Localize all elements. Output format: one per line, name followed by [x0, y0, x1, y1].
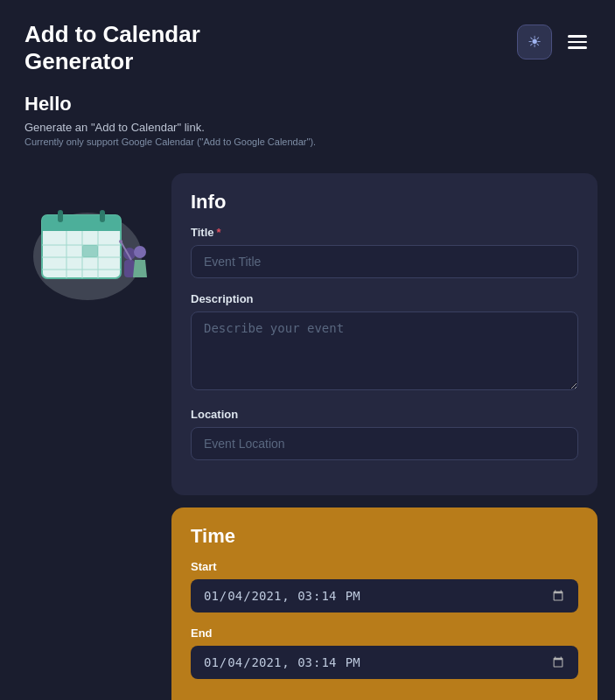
title-form-group: Title* [191, 226, 578, 278]
start-datetime-input[interactable] [191, 579, 578, 612]
info-panel: Info Title* Description Location [171, 173, 598, 495]
svg-point-15 [134, 246, 146, 258]
location-form-group: Location [191, 408, 578, 460]
intro-hello: Hello [24, 93, 591, 116]
menu-line-2 [568, 41, 587, 44]
svg-marker-16 [133, 260, 147, 277]
svg-rect-3 [42, 224, 121, 231]
main-content: Info Title* Description Location Time St… [0, 164, 615, 700]
start-form-group: Start [191, 560, 578, 612]
info-panel-title: Info [191, 191, 578, 214]
header: Add to Calendar Generator ☀ [0, 0, 615, 86]
header-actions: ☀ [517, 24, 591, 60]
svg-rect-4 [58, 210, 63, 222]
description-label: Description [191, 292, 578, 305]
time-panel: Time Start End [171, 508, 598, 700]
menu-line-1 [568, 35, 587, 38]
description-form-group: Description [191, 292, 578, 394]
title-label: Title* [191, 226, 578, 239]
required-marker: * [217, 226, 221, 239]
start-label: Start [191, 560, 578, 573]
event-location-input[interactable] [191, 427, 578, 460]
menu-line-3 [568, 46, 587, 49]
end-label: End [191, 626, 578, 640]
end-datetime-input[interactable] [191, 646, 578, 679]
app-title: Add to Calendar Generator [24, 21, 200, 75]
illustration-area [17, 173, 157, 304]
svg-rect-12 [82, 245, 98, 257]
right-panels: Info Title* Description Location Time St… [171, 173, 598, 700]
intro-description: Generate an "Add to Calendar" link. [24, 121, 591, 134]
event-description-input[interactable] [191, 312, 578, 390]
calendar-illustration [26, 191, 149, 304]
intro-section: Hello Generate an "Add to Calendar" link… [0, 86, 615, 164]
event-title-input[interactable] [191, 245, 578, 278]
theme-toggle-button[interactable]: ☀ [517, 24, 552, 60]
svg-point-18 [119, 240, 122, 243]
end-form-group: End [191, 626, 578, 679]
time-panel-title: Time [191, 525, 578, 548]
intro-note: Currently only support Google Calendar (… [24, 136, 591, 147]
svg-rect-5 [100, 210, 105, 222]
svg-rect-14 [124, 260, 135, 277]
location-label: Location [191, 408, 578, 421]
sun-icon: ☀ [528, 32, 542, 52]
menu-button[interactable] [564, 32, 591, 52]
